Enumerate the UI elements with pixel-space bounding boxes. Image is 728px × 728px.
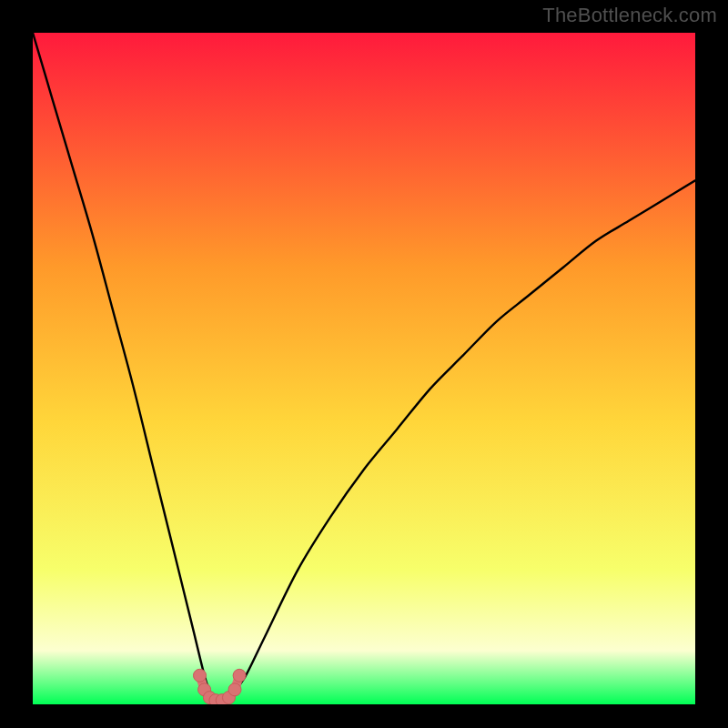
gradient-background (33, 33, 695, 704)
marker-dot (228, 683, 241, 696)
chart-frame: { "watermark": "TheBottleneck.com", "col… (0, 0, 728, 728)
watermark-text: TheBottleneck.com (542, 4, 717, 27)
marker-dot (233, 669, 246, 682)
plot-area (33, 33, 695, 704)
chart-svg (33, 33, 695, 704)
marker-dot (194, 669, 207, 682)
